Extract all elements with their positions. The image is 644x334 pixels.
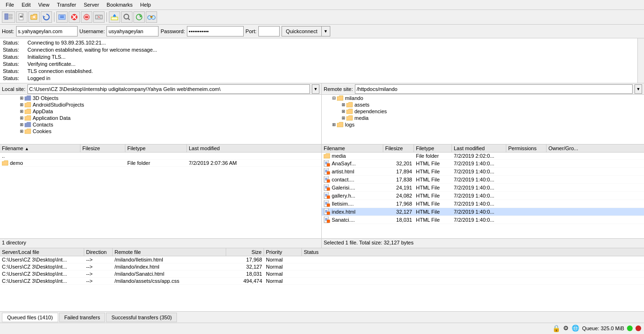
tree-expand-icon[interactable]: ⊞ (19, 122, 25, 127)
tree-expand-icon[interactable]: ⊞ (19, 129, 25, 134)
queue-row[interactable]: C:\Users\CZ 3\Desktop\Int...-->/milando/… (0, 256, 644, 263)
tree-expand-icon[interactable]: ⊞ (341, 116, 346, 120)
local-file-list[interactable]: ..demoFile folder7/2/2019 2:07:36 AM (0, 153, 321, 238)
remote-file-row[interactable]: Galerisi....24,191HTML File7/2/2019 1:40… (322, 184, 644, 192)
username-input[interactable] (106, 26, 159, 36)
tree-expand-icon[interactable]: ⊞ (19, 102, 25, 107)
status-line: Status:TLS connection established. (3, 68, 641, 75)
password-input[interactable] (187, 26, 244, 36)
svg-rect-20 (111, 17, 118, 20)
remote-file-row[interactable]: artist.html17,894HTML File7/2/2019 1:40:… (322, 168, 644, 176)
tree-expand-icon[interactable]: ⊞ (331, 122, 337, 127)
tree-expand-icon[interactable]: ⊟ (331, 96, 337, 100)
status-scrollbar[interactable] (637, 38, 644, 83)
remote-tree-item[interactable]: ⊟milando (322, 95, 644, 101)
quickconnect-dropdown[interactable]: ▼ (321, 26, 330, 36)
local-tree-item[interactable]: ⊞AndroidStudioProjects (0, 101, 321, 108)
menu-transfer[interactable]: Transfer (53, 1, 80, 9)
tab-failed-transfers[interactable]: Failed transfers (59, 313, 106, 322)
remote-site-label: Remote site: (324, 86, 353, 92)
menu-edit[interactable]: Edit (18, 1, 35, 9)
menu-help[interactable]: Help (136, 1, 155, 9)
tab-queued-files[interactable]: Queued files (1410) (2, 313, 58, 322)
toolbar-refresh2[interactable] (133, 11, 145, 23)
remote-file-row[interactable]: gallery.h...24,082HTML File7/2/2019 1:40… (322, 192, 644, 200)
local-col-filesize[interactable]: Filesize (80, 144, 125, 152)
local-tree-item[interactable]: ⊞AppData (0, 108, 321, 115)
menu-view[interactable]: View (35, 1, 53, 9)
tree-expand-icon[interactable]: ⊞ (341, 109, 346, 114)
remote-file-row[interactable]: contact....17,838HTML File7/2/2019 1:40:… (322, 176, 644, 184)
tab-successful-transfers[interactable]: Successful transfers (350) (106, 313, 177, 322)
port-input[interactable] (258, 26, 280, 36)
network-icon: 🌐 (572, 325, 579, 332)
tree-expand-icon[interactable]: ⊞ (19, 109, 25, 114)
remote-file-row[interactable]: AnaSayf...32,201HTML File7/2/2019 1:40:0… (322, 160, 644, 168)
toolbar-search[interactable] (121, 11, 132, 23)
queue-col-direction[interactable]: Direction (84, 248, 113, 256)
tree-expand-icon[interactable]: ⊞ (19, 116, 25, 120)
remote-path-dropdown[interactable]: ▼ (635, 84, 642, 94)
remote-file-row[interactable]: Iletisim....17,968HTML File7/2/2019 1:40… (322, 200, 644, 208)
settings-icon[interactable]: ⚙ (563, 325, 569, 332)
menu-file[interactable]: File (2, 1, 18, 9)
queue-col-size[interactable]: Size (226, 248, 264, 256)
local-site-path[interactable] (27, 84, 310, 94)
menu-server[interactable]: Server (80, 1, 103, 9)
remote-col-modified[interactable]: Last modified (452, 144, 506, 152)
queue-row[interactable]: C:\Users\CZ 3\Desktop\Int...-->/milando/… (0, 263, 644, 271)
svg-rect-57 (327, 204, 330, 207)
remote-tree-item[interactable]: ⊞assets (322, 101, 644, 108)
queue-col-server[interactable]: Server/Local file (0, 248, 84, 256)
local-tree-item[interactable]: ⊞Application Data (0, 115, 321, 121)
local-tree-item[interactable]: ⊞Cookies (0, 128, 321, 135)
toolbar-refresh[interactable] (41, 11, 52, 23)
menu-bookmarks[interactable]: Bookmarks (103, 1, 136, 9)
remote-col-owner[interactable]: Owner/Gro... (547, 144, 644, 152)
toolbar-disconnect[interactable] (93, 11, 105, 23)
toolbar-binoculars[interactable] (146, 11, 157, 23)
toolbar-newfile[interactable] (16, 11, 27, 23)
queue-col-priority[interactable]: Priority (264, 248, 302, 256)
toolbar-stop[interactable] (69, 11, 80, 23)
remote-file-row[interactable]: mediaFile folder7/2/2019 2:02:0... (322, 153, 644, 160)
queue-cell (302, 259, 644, 260)
queue-row[interactable]: C:\Users\CZ 3\Desktop\Int...-->/milando/… (0, 271, 644, 278)
remote-col-filesize[interactable]: Filesize (383, 144, 414, 152)
remote-col-perms[interactable]: Permissions (506, 144, 547, 152)
queue-rows[interactable]: C:\Users\CZ 3\Desktop\Int...-->/milando/… (0, 256, 644, 311)
host-input[interactable] (16, 26, 78, 36)
local-file-row[interactable]: demoFile folder7/2/2019 2:07:36 AM (0, 160, 321, 167)
remote-tree-item[interactable]: ⊞media (322, 115, 644, 121)
remote-file-list[interactable]: mediaFile folder7/2/2019 2:02:0...AnaSay… (322, 153, 644, 238)
local-tree[interactable]: ⊞3D Objects⊞AndroidStudioProjects⊞AppDat… (0, 95, 321, 144)
queue-col-remote[interactable]: Remote file (113, 248, 226, 256)
remote-tree-item[interactable]: ⊞logs (322, 121, 644, 128)
remote-site-path[interactable] (355, 84, 633, 94)
remote-file-name-cell: AnaSayf... (322, 160, 383, 167)
remote-col-filename[interactable]: Filename (322, 144, 383, 152)
toolbar-process-queue[interactable] (56, 11, 68, 23)
quickconnect-button[interactable]: Quickconnect (282, 26, 321, 36)
toolbar-newdir[interactable] (28, 11, 40, 23)
local-file-row[interactable]: .. (0, 153, 321, 160)
tree-expand-icon[interactable]: ⊞ (19, 96, 25, 100)
local-col-modified[interactable]: Last modified (187, 144, 321, 152)
remote-col-filetype[interactable]: Filetype (414, 144, 452, 152)
toolbar-upload[interactable] (109, 11, 120, 23)
local-col-filename[interactable]: Filename ▲ (0, 144, 80, 152)
local-col-filetype[interactable]: Filetype (125, 144, 187, 152)
tree-expand-icon[interactable]: ⊞ (341, 102, 346, 107)
local-tree-item[interactable]: ⊞Contacts (0, 121, 321, 128)
queue-cell: Normal (264, 256, 302, 263)
queue-col-status[interactable]: Status (302, 248, 644, 256)
local-tree-item[interactable]: ⊞3D Objects (0, 95, 321, 101)
local-path-dropdown[interactable]: ▼ (312, 84, 319, 94)
remote-file-row[interactable]: Sanatci....18,031HTML File7/2/2019 1:40:… (322, 216, 644, 224)
queue-row[interactable]: C:\Users\CZ 3\Desktop\Int...-->/milando/… (0, 278, 644, 285)
remote-tree[interactable]: ⊟milando⊞assets⊞dependencies⊞media⊞logs (322, 95, 644, 144)
remote-file-row[interactable]: index.html32,127HTML File7/2/2019 1:40:0… (322, 208, 644, 216)
toolbar-cancel[interactable] (81, 11, 92, 23)
toolbar-sitemanager[interactable] (2, 11, 15, 23)
remote-tree-item[interactable]: ⊞dependencies (322, 108, 644, 115)
